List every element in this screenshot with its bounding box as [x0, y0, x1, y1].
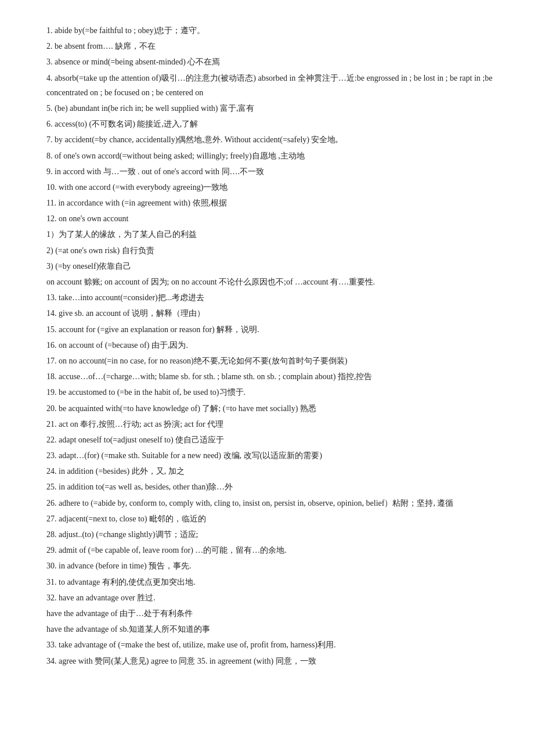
text-line-24: 20. be acquainted with(=to have knowledg… — [46, 401, 499, 416]
text-line-32: 28. adjust..(to) (=change slightly)调节；适应… — [46, 527, 499, 542]
text-line-9: 9. in accord with 与…一致 . out of one's ac… — [46, 164, 499, 179]
text-line-35: 31. to advantage 有利的,使优点更加突出地. — [46, 575, 499, 589]
text-line-18: 14. give sb. an account of 说明，解释（理由） — [46, 306, 499, 321]
text-line-5: 5. (be) abundant in(be rich in; be well … — [46, 101, 499, 116]
text-line-37: have the advantage of 由于…处于有利条件 — [46, 606, 499, 621]
text-line-28: 24. in addition (=besides) 此外，又, 加之 — [46, 464, 499, 478]
text-line-3: 3. absence or mind(=being absent-minded)… — [46, 55, 499, 69]
text-line-27: 23. adapt…(for) (=make sth. Suitable for… — [46, 448, 499, 463]
text-line-15: 3) (=by oneself)依靠自己 — [46, 259, 499, 273]
text-line-31: 27. adjacent(=next to, close to) 毗邻的，临近的 — [46, 512, 499, 526]
text-line-33: 29. admit of (=be capable of, leave room… — [46, 543, 499, 557]
text-line-29: 25. in addition to(=as well as, besides,… — [46, 480, 499, 494]
text-line-38: have the advantage of sb.知道某人所不知道的事 — [46, 622, 499, 636]
text-line-40: 34. agree with 赞同(某人意见) agree to 同意 35. … — [46, 654, 499, 668]
text-line-23: 19. be accustomed to (=be in the habit o… — [46, 385, 499, 399]
text-line-6: 6. access(to) (不可数名词) 能接近,进入,了解 — [46, 117, 499, 131]
text-line-10: 10. with one accord (=with everybody agr… — [46, 180, 499, 195]
text-line-4: 4. absorb(=take up the attention of)吸引…的… — [46, 71, 499, 100]
text-line-22: 18. accuse…of…(=charge…with; blame sb. f… — [46, 369, 499, 384]
text-line-8: 8. of one's own accord(=without being as… — [46, 149, 499, 163]
text-line-36: 32. have an advantage over 胜过. — [46, 591, 499, 605]
text-line-17: 13. take…into account(=consider)把...考虑进去 — [46, 290, 499, 305]
text-line-39: 33. take advantage of (=make the best of… — [46, 638, 499, 652]
text-line-21: 17. on no account(=in no case, for no re… — [46, 354, 499, 368]
text-line-14: 2) (=at one's own risk) 自行负责 — [46, 243, 499, 258]
main-content: 1. abide by(=be faithful to ; obey)忠于；遵守… — [46, 23, 499, 668]
text-line-26: 22. adapt oneself to(=adjust oneself to)… — [46, 433, 499, 447]
text-line-13: 1）为了某人的缘故，为了某人自己的利益 — [46, 227, 499, 242]
text-line-2: 2. be absent from…. 缺席，不在 — [46, 39, 499, 53]
text-line-1: 1. abide by(=be faithful to ; obey)忠于；遵守… — [46, 23, 499, 38]
text-line-25: 21. act on 奉行,按照…行动; act as 扮演; act for … — [46, 417, 499, 431]
text-line-7: 7. by accident(=by chance, accidentally)… — [46, 132, 499, 147]
text-line-19: 15. account for (=give an explanation or… — [46, 322, 499, 337]
text-line-11: 11. in accordance with (=in agreement wi… — [46, 196, 499, 210]
text-line-30: 26. adhere to (=abide by, conform to, co… — [46, 496, 499, 510]
text-line-34: 30. in advance (before in time) 预告，事先. — [46, 559, 499, 573]
text-line-16: on account 赊账; on account of 因为; on no a… — [46, 275, 499, 289]
text-line-20: 16. on account of (=because of) 由于,因为. — [46, 338, 499, 352]
text-line-12: 12. on one's own account — [46, 211, 499, 226]
